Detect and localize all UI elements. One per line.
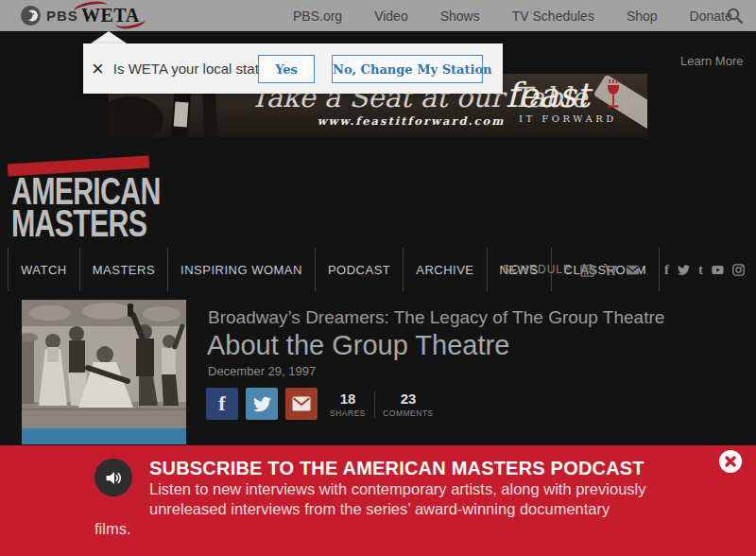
- nav-item-masters[interactable]: MASTERS: [80, 248, 168, 291]
- instagram-icon[interactable]: [732, 264, 745, 276]
- search-icon[interactable]: [726, 7, 745, 26]
- ad-brand-logo: feast IT FORWARD: [506, 78, 633, 124]
- top-link-tv-schedules[interactable]: TV Schedules: [512, 9, 594, 24]
- twitter-icon: [253, 395, 271, 413]
- envelope-icon[interactable]: [626, 263, 640, 277]
- top-link-video[interactable]: Video: [374, 9, 408, 24]
- pbs-logo[interactable]: PBS: [21, 6, 78, 26]
- top-bar: PBS WETA PBS.org Video Shows TV Schedule…: [0, 0, 756, 31]
- top-nav-links: PBS.org Video Shows TV Schedules Shop Do…: [293, 0, 732, 31]
- wine-glass-icon: [604, 79, 623, 110]
- facebook-icon[interactable]: f: [664, 264, 669, 276]
- ad-brand-script: feast: [506, 76, 590, 114]
- group-theatre-photo: [22, 300, 186, 428]
- cart-icon[interactable]: [603, 263, 617, 277]
- ad-brand-subtext: IT FORWARD: [519, 113, 633, 124]
- podcast-banner-description: Listen to new interviews with contempora…: [94, 479, 648, 539]
- station-prompt-pointer: [91, 31, 127, 43]
- twitter-share-button[interactable]: [246, 388, 278, 420]
- top-link-shows[interactable]: Shows: [440, 9, 480, 24]
- youtube-icon[interactable]: [712, 264, 724, 276]
- share-count-label: SHARES: [327, 408, 369, 418]
- tumblr-icon[interactable]: t: [698, 264, 703, 276]
- ad-decor-bowl: [109, 96, 163, 137]
- twitter-icon[interactable]: [678, 264, 690, 276]
- nav-item-inspiring-woman[interactable]: INSPIRING WOMAN: [168, 248, 316, 291]
- share-count: 18 SHARES: [327, 391, 369, 418]
- main-nav: WATCH MASTERS INSPIRING WOMAN PODCAST AR…: [0, 248, 756, 291]
- change-station-button[interactable]: No, Change My Station: [332, 55, 483, 83]
- learn-more-link[interactable]: Learn More: [680, 54, 743, 68]
- weta-logo[interactable]: WETA: [81, 5, 136, 27]
- thumbnail-player-bar: [22, 428, 186, 444]
- top-link-shop[interactable]: Shop: [627, 9, 658, 24]
- yes-button[interactable]: Yes: [258, 55, 315, 83]
- station-prompt: × Is WETA your local station? Yes No, Ch…: [83, 43, 503, 94]
- article-thumbnail[interactable]: [22, 300, 186, 444]
- comment-count[interactable]: 23 COMMENTS: [380, 391, 437, 418]
- comment-count-number: 23: [380, 391, 437, 407]
- stat-divider: [374, 391, 375, 418]
- top-link-pbs-org[interactable]: PBS.org: [293, 9, 342, 24]
- speaker-icon: [94, 459, 132, 496]
- article-title: About the Group Theatre: [207, 330, 509, 361]
- envelope-icon: [292, 396, 311, 411]
- article-date: December 29, 1997: [208, 364, 316, 378]
- logo-line-masters: MASTERS: [11, 207, 161, 239]
- article-kicker[interactable]: Broadway’s Dreamers: The Legacy of The G…: [208, 307, 664, 328]
- close-icon[interactable]: ×: [92, 60, 104, 78]
- schedule-link[interactable]: SCHEDULE: [503, 263, 572, 276]
- podcast-subscribe-banner: SUBSCRIBE TO THE AMERICAN MASTERS PODCAS…: [0, 445, 756, 556]
- facebook-icon: f: [218, 391, 225, 416]
- nav-item-podcast[interactable]: PODCAST: [316, 248, 404, 291]
- nav-item-archive[interactable]: ARCHIVE: [404, 248, 487, 291]
- podcast-banner-title[interactable]: SUBSCRIBE TO THE AMERICAN MASTERS PODCAS…: [94, 457, 648, 479]
- email-share-button[interactable]: [285, 388, 318, 420]
- pbs-face-icon: [21, 6, 41, 26]
- comment-count-label: COMMENTS: [380, 408, 437, 418]
- share-count-number: 18: [327, 391, 369, 407]
- facebook-share-button[interactable]: f: [206, 388, 238, 420]
- nav-item-watch[interactable]: WATCH: [9, 248, 80, 291]
- banner-close-icon[interactable]: [718, 449, 743, 474]
- calendar-icon[interactable]: [580, 263, 594, 277]
